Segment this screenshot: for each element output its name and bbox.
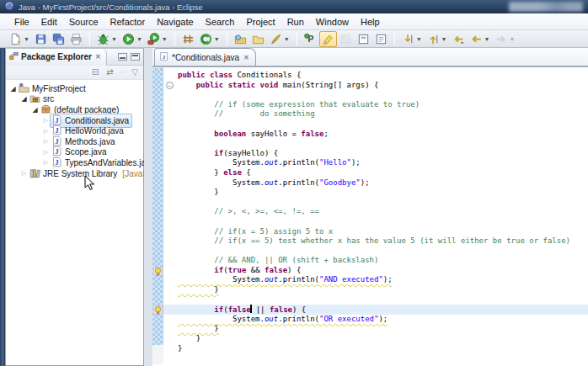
code-line[interactable]: // if(x = 5) assign 5 to x	[163, 227, 588, 237]
dropdown-arrow-icon[interactable]: ▼	[111, 36, 117, 42]
code-editor[interactable]: public class Conditionals { public stati…	[163, 67, 588, 364]
fold-collapse-icon[interactable]: –	[166, 82, 174, 89]
dropdown-arrow-icon[interactable]: ▼	[441, 36, 447, 42]
code-line[interactable]: // >, <, >=, <=, !=, ==	[163, 207, 588, 217]
save-button[interactable]	[32, 31, 50, 47]
code-line[interactable]: System.out.println("AND executed");	[163, 275, 588, 285]
plugin-spy-button[interactable]: P	[302, 31, 319, 47]
warning-quickfix-icon[interactable]	[152, 265, 163, 280]
code-line[interactable]: // && AND, || OR (shift + backslash)	[163, 256, 588, 266]
package-explorer-tab[interactable]: Package Explorer ✕	[6, 49, 107, 66]
code-line[interactable]: }	[163, 344, 588, 354]
code-line[interactable]: public static void main(String[] args) {…	[163, 81, 588, 91]
code-line[interactable]: }	[163, 188, 588, 198]
code-line[interactable]: if(sayHello) {	[163, 149, 588, 159]
minimize-view-icon[interactable]	[118, 53, 127, 61]
new-java-project-button[interactable]	[179, 31, 197, 47]
save-all-button[interactable]	[50, 31, 67, 47]
forward-button[interactable]: ▼	[492, 31, 517, 47]
dropdown-arrow-icon[interactable]: ▼	[136, 36, 142, 42]
code-line[interactable]: }	[163, 334, 588, 344]
close-editor-icon[interactable]: ✕	[243, 54, 250, 61]
code-line[interactable]: public class Conditionals {	[163, 71, 588, 81]
code-line[interactable]: if(false || false) {	[163, 305, 588, 315]
maximize-view-icon[interactable]	[131, 53, 140, 61]
search-button[interactable]: ▼	[267, 31, 292, 47]
open-type-button[interactable]	[232, 31, 249, 47]
code-line[interactable]	[163, 217, 588, 227]
smart-insert-button[interactable]	[337, 31, 355, 47]
expand-arrow-icon[interactable]: ▷	[42, 138, 50, 145]
last-edit-location-button[interactable]	[450, 31, 468, 47]
warning-quickfix-icon[interactable]	[152, 304, 163, 319]
filters-button[interactable]: ▫	[119, 66, 127, 78]
next-annotation-button[interactable]: ▼	[399, 31, 425, 47]
code-line[interactable]	[163, 119, 588, 130]
menu-source[interactable]: Source	[63, 15, 104, 29]
code-line[interactable]: // do something	[163, 109, 588, 119]
code-line[interactable]	[163, 90, 588, 100]
code-line[interactable]: // if (some expression that evaluate to …	[163, 100, 588, 110]
menu-refactor[interactable]: Refactor	[104, 15, 152, 29]
tree-item-myfirstproject[interactable]: ◢MyFirstProject	[6, 83, 143, 94]
code-line[interactable]: System.out.println("Goodbye");	[163, 178, 588, 188]
collapse-all-button[interactable]: ⊟	[89, 66, 101, 78]
print-button[interactable]	[67, 31, 85, 47]
link-with-editor-toggle[interactable]: ⇄	[104, 66, 115, 78]
run-button[interactable]: ▼	[120, 31, 145, 47]
menu-run[interactable]: Run	[281, 15, 310, 29]
collapse-arrow-icon[interactable]: ◢	[9, 85, 17, 93]
mark-occurrences-toggle[interactable]	[319, 31, 337, 47]
collapse-arrow-icon[interactable]: ◢	[31, 106, 39, 114]
menu-edit[interactable]: Edit	[35, 15, 63, 29]
expand-arrow-icon[interactable]: ▷	[42, 159, 50, 166]
new-java-class-button[interactable]: ▼	[197, 31, 222, 47]
code-line-text: public class Conditionals {	[178, 71, 301, 79]
menu-file[interactable]: File	[8, 15, 35, 29]
code-line[interactable]	[163, 139, 588, 149]
code-line[interactable]	[163, 198, 588, 208]
expand-arrow-icon[interactable]: ▷	[42, 128, 50, 135]
menu-window[interactable]: Window	[310, 15, 355, 29]
annotation-ruler[interactable]	[152, 67, 163, 364]
menu-help[interactable]: Help	[355, 15, 386, 29]
close-view-icon[interactable]: ✕	[94, 53, 102, 61]
code-line[interactable]: // if(x == 5) test whether x has the val…	[163, 236, 588, 247]
view-menu-button[interactable]: ▽	[129, 66, 141, 78]
code-line[interactable]: if(true && false) {	[163, 266, 588, 276]
expand-arrow-icon[interactable]: ▷	[42, 117, 50, 124]
code-line[interactable]: } else {	[163, 168, 588, 178]
editor-area: J *Conditionals.java ✕ public class Cond…	[152, 48, 588, 366]
dropdown-arrow-icon[interactable]: ▼	[509, 36, 515, 42]
external-tools-button[interactable]: ▼	[145, 31, 170, 47]
code-line[interactable]	[163, 295, 588, 305]
show-source-button[interactable]	[372, 31, 390, 47]
code-line[interactable]: System.out.println("Hello");	[163, 158, 588, 168]
menu-project[interactable]: Project	[240, 15, 281, 29]
new-wizard-button[interactable]: ▼	[7, 31, 32, 47]
menu-navigate[interactable]: Navigate	[151, 15, 199, 29]
previous-annotation-button[interactable]: ▼	[425, 31, 450, 47]
code-line[interactable]: }	[163, 324, 588, 334]
expand-arrow-icon[interactable]: ▷	[42, 149, 50, 156]
back-button[interactable]: ▼	[468, 31, 493, 47]
code-line[interactable]: }	[163, 285, 588, 295]
code-line[interactable]: System.out.println("OR executed");	[163, 315, 588, 325]
dropdown-arrow-icon[interactable]: ▼	[214, 36, 220, 42]
collapse-arrow-icon[interactable]: ◢	[20, 95, 28, 103]
menu-search[interactable]: Search	[200, 15, 241, 29]
dropdown-arrow-icon[interactable]: ▼	[284, 36, 290, 42]
sash-splitter[interactable]	[144, 48, 152, 366]
expand-arrow-icon[interactable]: ▷	[20, 170, 28, 177]
open-resource-button[interactable]	[249, 31, 267, 47]
debug-button[interactable]: ▼	[94, 31, 120, 47]
dropdown-arrow-icon[interactable]: ▼	[416, 36, 422, 42]
code-line[interactable]	[163, 247, 588, 257]
dropdown-arrow-icon[interactable]: ▼	[24, 36, 29, 42]
dropdown-arrow-icon[interactable]: ▼	[484, 36, 490, 42]
tree-item-jre-system-library[interactable]: ▷JRE System Library[JavaSE-1.6]	[6, 168, 143, 179]
dropdown-arrow-icon[interactable]: ▼	[162, 36, 168, 42]
show-selected-element-button[interactable]	[355, 31, 372, 47]
editor-tab-conditionals[interactable]: J *Conditionals.java ✕	[154, 48, 256, 66]
code-line[interactable]: boolean sayHello = false;	[163, 130, 588, 140]
